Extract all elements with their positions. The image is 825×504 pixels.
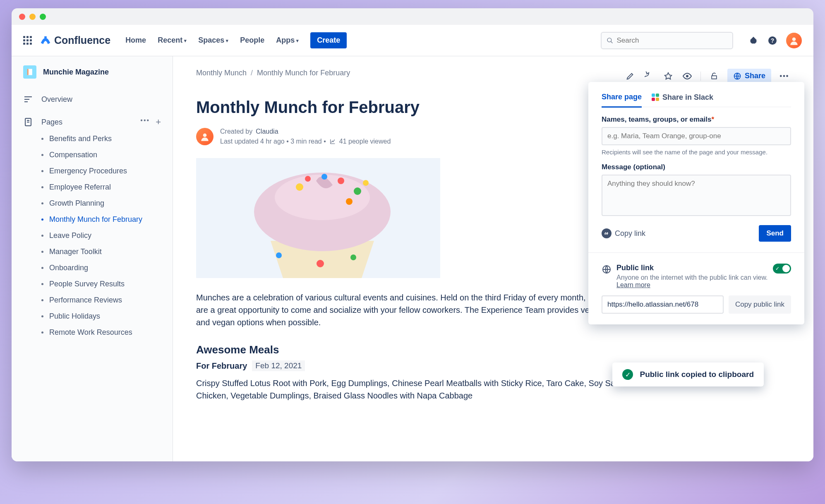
slack-icon bbox=[652, 94, 659, 101]
svg-point-23 bbox=[276, 252, 282, 258]
svg-point-16 bbox=[296, 183, 303, 191]
svg-text:?: ? bbox=[771, 37, 775, 44]
search-icon bbox=[607, 37, 613, 44]
message-input[interactable] bbox=[602, 175, 791, 216]
sidebar-page-item[interactable]: Benefits and Perks bbox=[12, 131, 173, 147]
chevron-down-icon: ▾ bbox=[184, 38, 187, 43]
intro-paragraph: Munches are a celebration of various cul… bbox=[196, 291, 631, 329]
heading-meals: Awesome Meals bbox=[196, 343, 790, 356]
date-chip: Feb 12, 2021 bbox=[252, 360, 305, 371]
nav-recent[interactable]: Recent▾ bbox=[158, 36, 187, 45]
close-window-icon[interactable] bbox=[19, 14, 25, 20]
message-label: Message (optional) bbox=[602, 163, 791, 171]
public-link-title: Public link bbox=[616, 264, 768, 272]
product-logo[interactable]: Confluence bbox=[39, 34, 110, 47]
chevron-down-icon: ▾ bbox=[296, 38, 299, 43]
sidebar-page-item[interactable]: Performance Reviews bbox=[12, 292, 173, 308]
author-avatar[interactable] bbox=[196, 128, 213, 145]
sidebar-overview[interactable]: Overview bbox=[12, 90, 173, 108]
tab-share-slack[interactable]: Share in Slack bbox=[652, 93, 713, 107]
minimize-window-icon[interactable] bbox=[29, 14, 36, 20]
sidebar-page-item[interactable]: Leave Policy bbox=[12, 228, 173, 244]
toast: ✓ Public link copied to clipboard bbox=[612, 362, 764, 386]
svg-point-10 bbox=[686, 75, 688, 77]
page-actions: Share ••• bbox=[624, 69, 790, 83]
hero-image bbox=[196, 158, 440, 278]
share-popover: Share page Share in Slack Names, teams, … bbox=[588, 82, 804, 324]
svg-point-19 bbox=[321, 174, 327, 180]
svg-rect-6 bbox=[27, 69, 29, 75]
sidebar-page-item[interactable]: Public Holidays bbox=[12, 308, 173, 324]
help-icon[interactable]: ? bbox=[767, 35, 778, 46]
nav-spaces[interactable]: Spaces▾ bbox=[198, 36, 228, 45]
public-link-desc: Anyone on the internet with the public l… bbox=[616, 274, 768, 289]
svg-point-17 bbox=[338, 178, 344, 184]
sidebar-page-item[interactable]: Emergency Procedures bbox=[12, 163, 173, 179]
edit-icon[interactable] bbox=[624, 70, 636, 82]
svg-point-21 bbox=[305, 176, 311, 182]
more-actions-icon[interactable]: ••• bbox=[779, 70, 790, 82]
add-page-icon[interactable]: + bbox=[156, 117, 161, 127]
tab-share-page[interactable]: Share page bbox=[602, 93, 642, 108]
globe-icon bbox=[733, 72, 741, 80]
sidebar-page-item[interactable]: Remote Work Resources bbox=[12, 324, 173, 341]
names-hint: Recipients will see the name of the page… bbox=[602, 149, 791, 156]
star-icon[interactable] bbox=[662, 70, 674, 82]
search-box[interactable] bbox=[601, 32, 733, 49]
sidebar-section-pages[interactable]: Pages bbox=[41, 118, 132, 127]
space-title[interactable]: Munchie Magazine bbox=[43, 68, 109, 77]
profile-avatar[interactable] bbox=[786, 33, 802, 48]
breadcrumb-current[interactable]: Monthly Munch for February bbox=[257, 69, 350, 77]
sidebar-page-item[interactable]: Onboarding bbox=[12, 260, 173, 276]
nav-home[interactable]: Home bbox=[125, 36, 146, 45]
names-label: Names, teams, groups, or emails* bbox=[602, 115, 791, 124]
success-icon: ✓ bbox=[622, 369, 633, 380]
sidebar-page-item[interactable]: Compensation bbox=[12, 147, 173, 163]
comment-icon[interactable] bbox=[643, 70, 655, 82]
svg-line-1 bbox=[611, 41, 612, 43]
chevron-down-icon: ▾ bbox=[226, 38, 228, 43]
app-switcher-icon[interactable] bbox=[23, 36, 32, 45]
primary-nav: Home Recent▾ Spaces▾ People Apps▾ Create bbox=[125, 32, 347, 48]
sidebar-page-item[interactable]: Monthly Munch for February bbox=[12, 211, 173, 228]
notifications-icon[interactable] bbox=[748, 35, 759, 46]
learn-more-link[interactable]: Learn more bbox=[616, 281, 650, 288]
send-button[interactable]: Send bbox=[759, 225, 791, 242]
public-url-box[interactable]: https://hello.atlassian.net/678 bbox=[602, 295, 724, 314]
restrictions-icon[interactable] bbox=[708, 70, 720, 82]
watch-icon[interactable] bbox=[681, 70, 693, 82]
toast-message: Public link copied to clipboard bbox=[640, 370, 754, 379]
svg-point-18 bbox=[354, 187, 361, 195]
svg-point-12 bbox=[203, 133, 207, 137]
create-button[interactable]: Create bbox=[310, 32, 347, 48]
sidebar-page-item[interactable]: Manager Toolkit bbox=[12, 244, 173, 260]
sidebar-page-item[interactable]: Growth Planning bbox=[12, 195, 173, 211]
nav-people[interactable]: People bbox=[240, 36, 264, 45]
mac-titlebar bbox=[12, 8, 813, 25]
product-name: Confluence bbox=[54, 34, 110, 46]
breadcrumb-parent[interactable]: Monthly Munch bbox=[196, 69, 247, 77]
search-input[interactable] bbox=[616, 36, 727, 45]
sidebar-page-item[interactable]: People Survey Results bbox=[12, 276, 173, 292]
svg-point-22 bbox=[363, 180, 369, 186]
copy-link-button[interactable]: Copy link bbox=[602, 228, 645, 238]
copy-public-link-button[interactable]: Copy public link bbox=[729, 295, 791, 314]
svg-point-20 bbox=[346, 198, 353, 205]
maximize-window-icon[interactable] bbox=[40, 14, 46, 20]
space-icon bbox=[23, 65, 36, 79]
more-icon[interactable]: ••• bbox=[140, 117, 150, 127]
share-button[interactable]: Share bbox=[727, 69, 771, 83]
svg-point-24 bbox=[317, 260, 324, 267]
menu-paragraph: Crispy Stuffed Lotus Root with Pork, Egg… bbox=[196, 377, 631, 402]
names-input[interactable] bbox=[602, 127, 791, 145]
author-name[interactable]: Claudia bbox=[256, 127, 278, 137]
sidebar-page-item[interactable]: Employee Referral bbox=[12, 179, 173, 195]
analytics-icon bbox=[329, 138, 336, 145]
globe-icon bbox=[602, 264, 612, 274]
nav-apps[interactable]: Apps▾ bbox=[276, 36, 299, 45]
svg-point-4 bbox=[792, 37, 796, 41]
top-nav: Confluence Home Recent▾ Spaces▾ People A… bbox=[12, 25, 813, 56]
public-link-toggle[interactable]: ✓ bbox=[773, 264, 791, 274]
overview-icon bbox=[23, 94, 33, 104]
svg-point-0 bbox=[607, 38, 612, 42]
